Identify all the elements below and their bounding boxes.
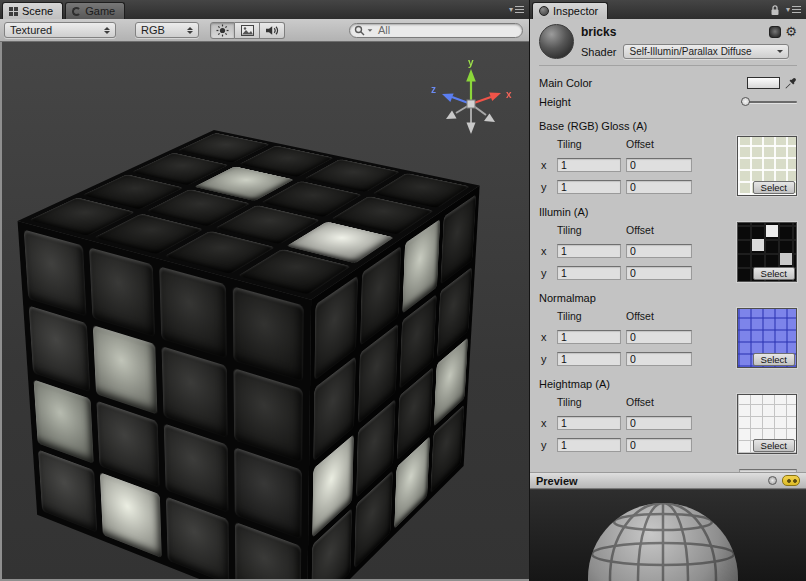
preview-options-icon[interactable] (782, 475, 800, 486)
cube-tile (24, 230, 87, 317)
cube-tile (89, 247, 154, 337)
shader-dropdown[interactable]: Self-Illumin/Parallax Diffuse (623, 44, 789, 59)
preview-header[interactable]: Preview (530, 472, 806, 489)
heightmap-tiling-x-input[interactable] (557, 416, 621, 430)
heightmap-offset-x-input[interactable] (626, 416, 692, 430)
base-tiling-x-input[interactable] (557, 158, 621, 172)
base-gloss-texture-thumbnail[interactable]: Select (737, 136, 797, 196)
axis-y-handle[interactable]: y (466, 57, 476, 104)
preview-block: Preview (530, 472, 806, 581)
emission-input[interactable] (739, 469, 797, 472)
tab-scene[interactable]: Scene (2, 2, 63, 19)
presets-icon[interactable] (769, 26, 781, 38)
axis-x-handle[interactable]: x (471, 89, 512, 104)
offset-header: Offset (626, 224, 692, 236)
inspector-body: bricks Shader Self-Illumin/Parallax Diff… (530, 19, 806, 472)
tab-game[interactable]: Game (65, 2, 125, 19)
material-preview-icon[interactable] (539, 24, 574, 59)
axis-z-handle[interactable]: z (431, 84, 471, 104)
audio-toggle-button[interactable] (260, 22, 285, 39)
preview-sphere (530, 490, 806, 581)
emission-row: Emission (Lightmapper) (539, 468, 797, 472)
slider-thumb[interactable] (741, 97, 750, 106)
lighting-toggle-button[interactable] (210, 22, 235, 39)
textured-cube[interactable] (124, 172, 403, 538)
heightmap-section: Heightmap (A) Tiling Offset x y S (539, 378, 797, 454)
y-axis-label: y (541, 181, 552, 193)
illumin-tiling-y-input[interactable] (557, 266, 621, 280)
tab-game-label: Game (85, 5, 115, 17)
unity-editor-window: Scene Game ▾ Textured RGB (0, 0, 806, 581)
illumin-offset-y-input[interactable] (626, 266, 692, 280)
lock-icon[interactable] (770, 4, 780, 16)
y-axis-label: y (541, 439, 552, 451)
cube-tile (233, 286, 304, 382)
inspector-panel: Inspector ▾ bricks Shader Self-Ill (530, 0, 806, 581)
search-filter-value: All (378, 24, 390, 36)
axis-x-label: x (506, 89, 512, 100)
tiling-header: Tiling (557, 310, 621, 322)
scene-panel-menu-icon[interactable]: ▾ (509, 5, 524, 14)
illumin-offset-x-input[interactable] (626, 244, 692, 258)
sun-icon (216, 24, 229, 37)
skybox-toggle-button[interactable] (235, 22, 260, 39)
illumin-label: Illumin (A) (539, 206, 797, 219)
tiling-header: Tiling (557, 224, 621, 236)
base-tiling-y-input[interactable] (557, 180, 621, 194)
main-color-swatch[interactable] (747, 77, 780, 89)
shader-value: Self-Illumin/Parallax Diffuse (629, 46, 751, 57)
preview-mode-icon[interactable] (768, 476, 777, 485)
axis-gizmo[interactable]: y x z (429, 56, 517, 142)
color-channels-value: RGB (141, 24, 165, 36)
normalmap-tiling-x-input[interactable] (557, 330, 621, 344)
normalmap-texture-thumbnail[interactable]: Select (737, 308, 797, 368)
scene-tab-bar: Scene Game ▾ (0, 0, 529, 19)
normalmap-offset-y-input[interactable] (626, 352, 692, 366)
y-axis-label: y (541, 353, 552, 365)
y-axis-label: y (541, 267, 552, 279)
gizmo-center-cube[interactable] (467, 100, 475, 108)
base-offset-y-input[interactable] (626, 180, 692, 194)
shader-label: Shader (581, 46, 616, 58)
illumin-select-button[interactable]: Select (753, 267, 795, 280)
axis-y-label: y (468, 57, 474, 68)
normalmap-label: Normalmap (539, 292, 797, 305)
illumin-section: Illumin (A) Tiling Offset x y Sel (539, 206, 797, 282)
render-mode-dropdown[interactable]: Textured (4, 22, 116, 38)
menu-lines-icon (515, 6, 524, 13)
cube-tile (29, 306, 91, 392)
inspector-panel-menu-icon[interactable]: ▾ (786, 5, 801, 14)
normalmap-offset-x-input[interactable] (626, 330, 692, 344)
offset-header: Offset (626, 310, 692, 322)
tab-inspector[interactable]: Inspector (532, 2, 608, 19)
render-mode-value: Textured (10, 24, 52, 36)
base-offset-x-input[interactable] (626, 158, 692, 172)
gear-icon[interactable]: ⚙ (785, 25, 797, 38)
illumin-texture-thumbnail[interactable]: Select (737, 222, 797, 282)
normalmap-tiling-y-input[interactable] (557, 352, 621, 366)
preview-area[interactable] (530, 489, 806, 581)
heightmap-tiling-y-input[interactable] (557, 438, 621, 452)
normalmap-select-button[interactable]: Select (753, 353, 795, 366)
scene-toolbar: Textured RGB (0, 19, 529, 42)
x-axis-label: x (541, 159, 552, 171)
eyedropper-icon[interactable] (784, 77, 797, 90)
main-color-label: Main Color (539, 77, 592, 89)
cube-tile (233, 368, 303, 462)
color-channels-dropdown[interactable]: RGB (135, 22, 199, 38)
heightmap-texture-thumbnail[interactable]: Select (737, 394, 797, 454)
base-gloss-section: Base (RGB) Gloss (A) Tiling Offset x y (539, 120, 797, 196)
heightmap-offset-y-input[interactable] (626, 438, 692, 452)
axis-z-label: z (431, 84, 436, 95)
scene-viewport[interactable]: y x z (0, 42, 529, 581)
tab-inspector-label: Inspector (553, 5, 598, 17)
image-icon (241, 25, 254, 36)
dropdown-arrows-icon (104, 27, 110, 34)
illumin-tiling-x-input[interactable] (557, 244, 621, 258)
base-select-button[interactable]: Select (753, 181, 795, 194)
height-label: Height (539, 96, 571, 108)
scene-search-input[interactable]: All (349, 23, 523, 38)
height-slider[interactable] (741, 97, 797, 107)
heightmap-select-button[interactable]: Select (753, 439, 795, 452)
emission-label: Emission (Lightmapper) (539, 470, 655, 472)
